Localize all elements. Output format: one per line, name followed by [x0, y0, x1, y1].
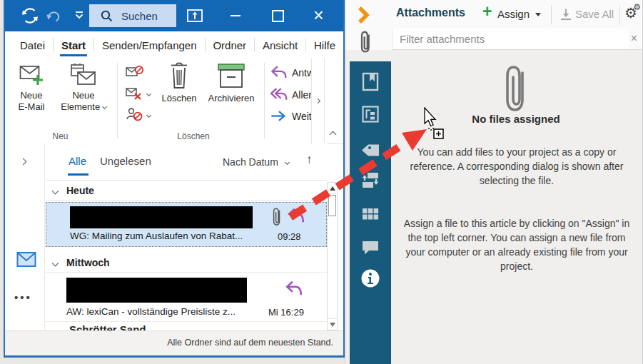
reply-all-label: Aller: [292, 89, 312, 101]
archive-label: Archivieren: [202, 93, 260, 104]
ribbon-group-loeschen-label: Löschen: [125, 131, 262, 141]
info-icon[interactable]: [360, 268, 380, 288]
scrollbar-down-button[interactable]: [328, 318, 337, 330]
group-header-mittwoch[interactable]: Mittwoch: [46, 253, 327, 273]
filter-tab-all[interactable]: Alle: [69, 155, 86, 167]
mail-time: 09:28: [278, 231, 301, 242]
grid-icon[interactable]: [360, 204, 380, 224]
more-options-dots[interactable]: •••: [14, 291, 32, 303]
tag-icon[interactable]: [360, 140, 380, 160]
collapse-ribbon-icon[interactable]: [330, 131, 337, 138]
undo-icon[interactable]: [46, 9, 61, 24]
ribbon-overflow-strip[interactable]: [311, 59, 325, 143]
chevron-down-icon: [52, 259, 59, 266]
scrollbar-up-button[interactable]: [328, 183, 337, 194]
chevron-right-icon: [315, 98, 320, 103]
group-header-heute[interactable]: Heute: [46, 181, 327, 201]
sync-icon[interactable]: [21, 7, 39, 24]
chevron-down-icon[interactable]: [146, 113, 151, 118]
assign-dropdown-caret-icon[interactable]: [535, 13, 541, 16]
mail-list-scrollbar[interactable]: [327, 182, 338, 330]
filter-tab-underline: [68, 173, 88, 176]
search-label: Suchen: [121, 10, 158, 22]
close-button[interactable]: ×: [313, 4, 324, 26]
outlook-window: Suchen × Datei Start Senden/Empfangen Or…: [4, 0, 345, 358]
replied-arrow-icon: [287, 207, 305, 225]
ribbon-group-neu-label: Neu: [5, 131, 116, 141]
folder-pane-rail: •••: [5, 143, 45, 330]
reply-all-icon: [270, 88, 288, 101]
ribbon: Neue E-Mail Neue Elemente Neu: [5, 59, 343, 144]
forward-button[interactable]: Weit: [270, 110, 312, 122]
tab-ordner[interactable]: Ordner: [205, 31, 254, 59]
expand-folder-pane-icon[interactable]: [20, 158, 27, 166]
new-email-button[interactable]: Neue E-Mail: [11, 63, 52, 113]
tab-ansicht[interactable]: Ansicht: [255, 31, 305, 59]
save-all-button[interactable]: Save All: [575, 8, 614, 20]
new-email-label-line2: E-Mail: [11, 101, 52, 113]
group-label: Heute: [66, 185, 94, 196]
empty-state-paperclip-icon: [505, 63, 529, 116]
mail-row[interactable]: AW: lexiCan - vollständige Preisliste z.…: [46, 273, 327, 322]
sort-direction-button[interactable]: ↑: [306, 153, 313, 167]
archive-icon: [202, 61, 260, 90]
new-items-label-line1: Neue: [54, 90, 113, 101]
tab-hilfe[interactable]: Hilfe: [306, 31, 343, 59]
filter-tab-unread[interactable]: Ungelesen: [100, 155, 151, 167]
status-text: Alle Ordner sind auf dem neuesten Stand.: [167, 338, 333, 348]
customize-toolbar-chevron-icon[interactable]: [74, 11, 84, 20]
structure-icon[interactable]: [360, 104, 380, 124]
empty-state-paragraph-1: You can add files to your project as a c…: [398, 145, 635, 188]
chevron-down-icon: [102, 104, 107, 109]
collapse-panel-chevron-icon[interactable]: [357, 6, 370, 24]
mail-list-header: Alle Ungelesen Nach Datum ↑: [46, 143, 327, 181]
new-items-icon: [54, 63, 113, 87]
new-email-label-line1: Neue: [11, 90, 52, 101]
junk-icon[interactable]: [126, 107, 143, 124]
divider: [46, 180, 327, 181]
tab-datei[interactable]: Datei: [12, 31, 53, 59]
chevron-down-icon: [52, 187, 59, 194]
chevron-down-icon[interactable]: [146, 91, 151, 96]
new-email-icon: [11, 63, 52, 87]
search-box[interactable]: Suchen: [89, 4, 176, 27]
reply-all-button[interactable]: Aller: [270, 88, 312, 101]
transfer-icon[interactable]: [360, 170, 380, 190]
empty-state-title: No files assigned: [391, 113, 641, 125]
clear-filter-icon[interactable]: ×: [631, 32, 637, 45]
clipped-mail-row[interactable]: Schrötter Sand: [46, 323, 327, 330]
minimize-button[interactable]: [231, 15, 241, 16]
dock-window-icon[interactable]: [186, 7, 203, 24]
replied-arrow-icon: [285, 280, 303, 298]
tab-senden-empfangen[interactable]: Senden/Empfangen: [94, 31, 205, 59]
forward-label: Weit: [292, 111, 312, 122]
panel-title: Attachments: [396, 6, 465, 19]
mail-module-icon[interactable]: [16, 251, 36, 268]
ribbon-divider: [264, 63, 265, 138]
filter-attachments-input[interactable]: [392, 29, 629, 49]
tab-start[interactable]: Start: [54, 31, 93, 59]
forward-icon: [270, 110, 288, 122]
new-items-button[interactable]: Neue Elemente: [54, 63, 113, 113]
assign-button[interactable]: Assign: [497, 8, 530, 20]
cleanup-icon[interactable]: [126, 86, 143, 102]
assign-plus-icon[interactable]: +: [482, 2, 492, 21]
paperclip-rail-icon: [360, 30, 372, 54]
reply-button[interactable]: Antw: [270, 66, 314, 79]
sort-dropdown[interactable]: Nach Datum: [223, 156, 289, 168]
archive-button[interactable]: Archivieren: [202, 61, 260, 104]
mail-row-selected[interactable]: WG: Mailing zum Auslaufen von Rabat... 0…: [46, 202, 327, 247]
active-tab-underline: [60, 54, 87, 56]
header-divider: [619, 5, 620, 24]
scrollbar-thumb[interactable]: [328, 195, 336, 216]
panel-sidebar: [350, 61, 391, 364]
delete-button[interactable]: Löschen: [156, 61, 202, 104]
settings-gear-icon[interactable]: ⚙ ⚙: [624, 4, 637, 21]
ribbon-tab-row: Datei Start Senden/Empfangen Ordner Ansi…: [5, 31, 343, 59]
mail-list: Heute WG: Mailing zum Auslaufen von Raba…: [46, 181, 327, 330]
comment-icon[interactable]: [360, 237, 380, 257]
save-all-icon[interactable]: [560, 8, 572, 21]
bookmark-page-icon[interactable]: [360, 71, 380, 91]
maximize-button[interactable]: [272, 10, 284, 22]
ignore-icon[interactable]: [126, 65, 144, 81]
